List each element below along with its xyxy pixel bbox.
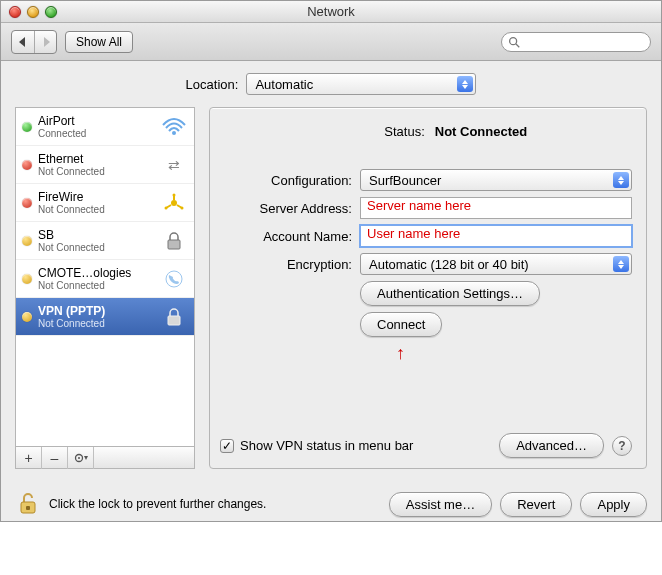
service-name: SB xyxy=(38,228,154,242)
svg-marker-0 xyxy=(19,37,25,47)
status-dot-icon xyxy=(22,312,32,322)
service-name: VPN (PPTP) xyxy=(38,304,154,318)
service-actions-button[interactable] xyxy=(68,447,94,469)
search-input[interactable] xyxy=(501,32,651,52)
svg-point-12 xyxy=(181,206,184,209)
ethernet-icon: ⇄ xyxy=(160,153,188,177)
window-body: Location: Automatic AirPort Connected xyxy=(1,61,661,479)
status-dot-icon xyxy=(22,198,32,208)
location-popup[interactable]: Automatic xyxy=(246,73,476,95)
lock-text: Click the lock to prevent further change… xyxy=(49,497,266,511)
lock-icon xyxy=(160,305,188,329)
unlock-icon[interactable] xyxy=(15,491,41,517)
svg-point-17 xyxy=(78,457,80,459)
help-button[interactable]: ? xyxy=(612,436,632,456)
location-value: Automatic xyxy=(255,77,313,92)
columns: AirPort Connected Ethernet Not Connected xyxy=(15,107,647,469)
service-footer: + – xyxy=(15,447,195,469)
account-name-label: Account Name: xyxy=(220,229,360,244)
service-status: Connected xyxy=(38,128,154,139)
pane-bottom-row: Show VPN status in menu bar Advanced… ? xyxy=(220,433,632,458)
show-vpn-status-label: Show VPN status in menu bar xyxy=(240,438,413,453)
assist-button[interactable]: Assist me… xyxy=(389,492,492,517)
svg-marker-18 xyxy=(84,456,88,460)
service-name: Ethernet xyxy=(38,152,154,166)
service-status: Not Connected xyxy=(38,204,154,215)
svg-point-6 xyxy=(171,200,177,206)
auth-settings-button[interactable]: Authentication Settings… xyxy=(360,281,540,306)
encryption-row: Encryption: Automatic (128 bit or 40 bit… xyxy=(220,253,632,275)
svg-point-2 xyxy=(510,37,517,44)
wifi-icon xyxy=(160,115,188,139)
svg-line-3 xyxy=(516,43,520,47)
pointer-arrow-icon: ↑ xyxy=(396,347,632,359)
service-item-firewire[interactable]: FireWire Not Connected xyxy=(16,184,194,222)
network-prefs-window: Network Show All Location: Automatic xyxy=(0,0,662,522)
action-buttons: Assist me… Revert Apply xyxy=(389,492,647,517)
service-status: Not Connected xyxy=(38,280,154,291)
status-dot-icon xyxy=(22,160,32,170)
svg-rect-15 xyxy=(168,316,180,325)
service-status: Not Connected xyxy=(38,166,154,177)
configuration-popup[interactable]: SurfBouncer xyxy=(360,169,632,191)
search-field-container xyxy=(501,32,651,52)
account-name-row: Account Name: User name here xyxy=(220,225,632,247)
service-status: Not Connected xyxy=(38,318,154,329)
gear-icon xyxy=(74,452,88,464)
svg-text:⇄: ⇄ xyxy=(168,157,180,173)
show-all-button[interactable]: Show All xyxy=(65,31,133,53)
service-name: FireWire xyxy=(38,190,154,204)
firewire-icon xyxy=(160,191,188,215)
titlebar: Network xyxy=(1,1,661,23)
nav-segment xyxy=(11,30,57,54)
service-item-cmote[interactable]: CMOTE…ologies Not Connected xyxy=(16,260,194,298)
configuration-label: Configuration: xyxy=(220,173,360,188)
auth-settings-row: Authentication Settings… xyxy=(220,281,632,306)
window-title: Network xyxy=(1,4,661,19)
encryption-popup[interactable]: Automatic (128 bit or 40 bit) xyxy=(360,253,632,275)
apply-button[interactable]: Apply xyxy=(580,492,647,517)
account-name-input[interactable]: User name here xyxy=(360,225,632,247)
connect-button[interactable]: Connect xyxy=(360,312,442,337)
add-service-button[interactable]: + xyxy=(16,447,42,469)
service-item-airport[interactable]: AirPort Connected xyxy=(16,108,194,146)
toolbar: Show All xyxy=(1,23,661,61)
status-dot-icon xyxy=(22,274,32,284)
configuration-value: SurfBouncer xyxy=(369,173,441,188)
svg-point-14 xyxy=(166,271,182,287)
service-item-sb[interactable]: SB Not Connected xyxy=(16,222,194,260)
back-button[interactable] xyxy=(12,31,34,53)
service-item-ethernet[interactable]: Ethernet Not Connected ⇄ xyxy=(16,146,194,184)
service-name: AirPort xyxy=(38,114,154,128)
advanced-button[interactable]: Advanced… xyxy=(499,433,604,458)
lock-row: Click the lock to prevent further change… xyxy=(1,479,661,521)
sidebar: AirPort Connected Ethernet Not Connected xyxy=(15,107,195,469)
remove-service-button[interactable]: – xyxy=(42,447,68,469)
chevron-right-icon xyxy=(41,37,51,47)
phone-icon xyxy=(160,267,188,291)
connect-row: Connect xyxy=(220,312,632,337)
search-icon xyxy=(507,35,521,49)
status-dot-icon xyxy=(22,122,32,132)
encryption-value: Automatic (128 bit or 40 bit) xyxy=(369,257,529,272)
service-status: Not Connected xyxy=(38,242,154,253)
service-name: CMOTE…ologies xyxy=(38,266,154,280)
forward-button[interactable] xyxy=(34,31,56,53)
popup-arrows-icon xyxy=(613,172,629,188)
configuration-row: Configuration: SurfBouncer xyxy=(220,169,632,191)
svg-rect-13 xyxy=(168,240,180,249)
popup-arrows-icon xyxy=(457,76,473,92)
status-value: Not Connected xyxy=(435,124,527,139)
revert-button[interactable]: Revert xyxy=(500,492,572,517)
server-address-input[interactable]: Server name here xyxy=(360,197,632,219)
popup-arrows-icon xyxy=(613,256,629,272)
status-dot-icon xyxy=(22,236,32,246)
svg-point-4 xyxy=(172,131,176,135)
service-item-vpn-pptp[interactable]: VPN (PPTP) Not Connected xyxy=(16,298,194,336)
svg-marker-1 xyxy=(44,37,50,47)
server-address-row: Server Address: Server name here xyxy=(220,197,632,219)
svg-rect-20 xyxy=(26,506,30,510)
chevron-left-icon xyxy=(18,37,28,47)
detail-pane: Status: Not Connected Configuration: Sur… xyxy=(209,107,647,469)
show-vpn-status-checkbox[interactable] xyxy=(220,439,234,453)
